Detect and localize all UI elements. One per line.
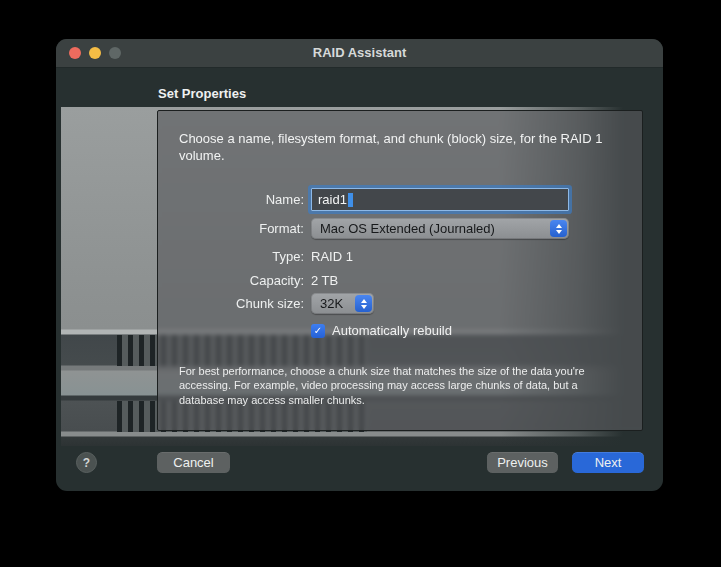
name-value: raid1: [318, 192, 347, 207]
auto-rebuild-label: Automatically rebuild: [332, 323, 452, 338]
checkmark-icon: ✓: [314, 326, 322, 336]
auto-rebuild-row: ✓ Automatically rebuild: [311, 323, 452, 338]
titlebar[interactable]: RAID Assistant: [56, 39, 663, 68]
text-caret: [348, 193, 353, 207]
capacity-value: 2 TB: [311, 273, 338, 288]
type-value: RAID 1: [311, 249, 353, 264]
chevron-down-icon: [361, 305, 367, 309]
help-button[interactable]: ?: [76, 452, 97, 473]
format-popup[interactable]: Mac OS Extended (Journaled): [311, 218, 569, 239]
cancel-button[interactable]: Cancel: [157, 452, 230, 473]
next-button[interactable]: Next: [572, 452, 644, 473]
type-label: Type:: [158, 249, 311, 264]
stepper-icon: [355, 295, 372, 312]
screen-background: RAID Assistant Set Properties Choose a n…: [0, 0, 721, 567]
format-row: Format: Mac OS Extended (Journaled): [158, 218, 569, 239]
auto-rebuild-checkbox[interactable]: ✓: [311, 324, 325, 338]
raid-assistant-window: RAID Assistant Set Properties Choose a n…: [56, 39, 663, 491]
type-row: Type: RAID 1: [158, 248, 353, 264]
properties-panel: Choose a name, filesystem format, and ch…: [157, 110, 643, 431]
chunk-size-label: Chunk size:: [158, 296, 311, 311]
name-input[interactable]: raid1: [311, 188, 569, 211]
step-heading: Set Properties: [158, 86, 246, 101]
chunk-size-popup[interactable]: 32K: [311, 293, 374, 314]
capacity-row: Capacity: 2 TB: [158, 272, 338, 288]
previous-button[interactable]: Previous: [487, 452, 558, 473]
name-label: Name:: [158, 192, 311, 207]
chevron-down-icon: [556, 230, 562, 234]
name-row: Name: raid1: [158, 188, 569, 211]
capacity-label: Capacity:: [158, 273, 311, 288]
chunk-size-value: 32K: [320, 296, 343, 311]
chevron-up-icon: [361, 299, 367, 303]
stepper-icon: [550, 220, 567, 237]
window-title: RAID Assistant: [56, 39, 663, 67]
format-label: Format:: [158, 221, 311, 236]
chevron-up-icon: [556, 224, 562, 228]
format-value: Mac OS Extended (Journaled): [320, 221, 495, 236]
panel-description: Choose a name, filesystem format, and ch…: [179, 131, 615, 164]
chunk-size-note: For best performance, choose a chunk siz…: [179, 364, 613, 407]
chunk-size-row: Chunk size: 32K: [158, 293, 374, 314]
